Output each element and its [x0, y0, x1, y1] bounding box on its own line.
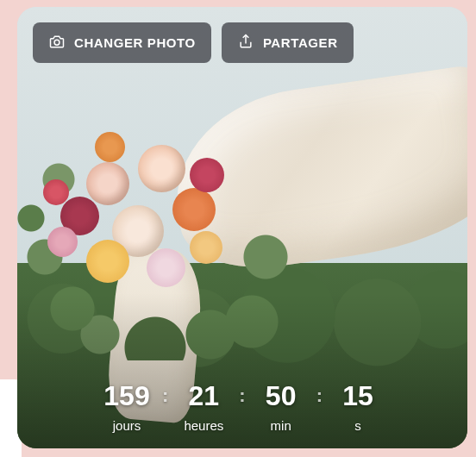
countdown-hours: 21 heures — [173, 382, 234, 433]
countdown-minutes-value: 50 — [266, 382, 297, 410]
share-button[interactable]: PARTAGER — [222, 22, 354, 63]
countdown-timer: 159 jours : 21 heures : 50 min : 15 s — [17, 382, 467, 433]
countdown-hours-value: 21 — [189, 382, 220, 410]
countdown-days-label: jours — [113, 418, 141, 433]
change-photo-label: CHANGER PHOTO — [74, 35, 196, 50]
countdown-minutes-label: min — [271, 418, 291, 433]
action-buttons: CHANGER PHOTO PARTAGER — [33, 22, 354, 63]
countdown-separator: : — [315, 382, 324, 410]
countdown-hours-label: heures — [184, 418, 223, 433]
camera-icon — [48, 33, 66, 53]
countdown-separator: : — [160, 382, 170, 410]
countdown-separator: : — [237, 382, 247, 410]
countdown-seconds: 15 s — [328, 382, 388, 433]
countdown-days-value: 159 — [103, 382, 149, 410]
photo-countdown-card: CHANGER PHOTO PARTAGER 159 jours : 21 he… — [17, 7, 467, 448]
share-icon — [237, 33, 254, 53]
countdown-seconds-value: 15 — [342, 382, 373, 410]
share-label: PARTAGER — [263, 35, 338, 50]
countdown-minutes: 50 min — [251, 382, 311, 433]
svg-point-0 — [54, 40, 60, 45]
countdown-seconds-label: s — [354, 418, 361, 433]
change-photo-button[interactable]: CHANGER PHOTO — [33, 22, 211, 63]
countdown-days: 159 jours — [97, 382, 157, 433]
